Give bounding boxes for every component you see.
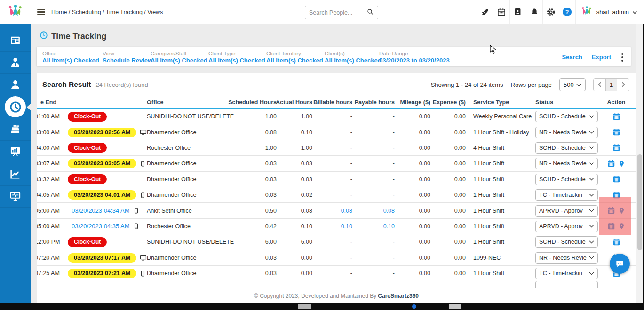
column-header[interactable]: Mileage ($) xyxy=(395,96,430,108)
brand-name[interactable]: CareSmartz360 xyxy=(378,293,419,299)
sidebar-item-analytics[interactable] xyxy=(0,163,31,186)
clock-time-badge[interactable]: 03/20/2023 03:05 AM xyxy=(68,159,136,168)
schedule-calendar-icon[interactable] xyxy=(612,175,620,183)
end-time: 01:00 AM xyxy=(37,113,66,120)
location-pin-icon[interactable] xyxy=(618,223,625,230)
end-time: 04:00 AM xyxy=(37,145,66,151)
prev-page-button[interactable] xyxy=(594,79,605,91)
clock-out-badge[interactable]: Clock-Out xyxy=(68,237,107,247)
search-input[interactable] xyxy=(309,9,366,16)
sidebar-item-billing[interactable] xyxy=(0,118,31,141)
search-icon[interactable] xyxy=(366,8,374,17)
schedule-calendar-icon[interactable] xyxy=(612,128,620,136)
filter-office[interactable]: Office All Item(s) Checked xyxy=(42,51,103,64)
filter-caregiver-staff[interactable]: Caregiver/Staff All Item(s) Checked xyxy=(151,51,208,64)
column-header[interactable]: Service Type xyxy=(466,96,533,108)
schedule-calendar-icon[interactable] xyxy=(612,238,620,246)
clock-time-link[interactable]: 03/20/2023 04:35 AM xyxy=(72,223,130,230)
office-cell: Dharmender Office xyxy=(147,266,236,281)
status-select[interactable]: NR - Needs Revie xyxy=(535,158,598,169)
user-menu[interactable]: shail_admin xyxy=(575,0,644,24)
table-row: 07:20 AM03/20/2023 07:17 AM Dharmender O… xyxy=(37,250,636,266)
contacts-icon[interactable] xyxy=(509,0,526,24)
help-icon[interactable]: ? xyxy=(559,0,575,24)
calendar-icon[interactable] xyxy=(493,0,509,24)
hamburger-menu-icon[interactable] xyxy=(37,8,45,17)
mileage-cell: 0.00 xyxy=(395,266,430,281)
clock-out-badge[interactable]: Clock-Out xyxy=(68,143,107,153)
status-select[interactable] xyxy=(535,281,598,288)
schedule-calendar-icon[interactable] xyxy=(612,144,620,152)
status-select[interactable]: SCHD - Schedule xyxy=(535,174,598,185)
schedule-calendar-icon[interactable] xyxy=(607,222,615,230)
column-header[interactable]: Actual Hours xyxy=(277,96,312,108)
column-header[interactable]: Status xyxy=(533,96,601,108)
status-select[interactable]: NR - Needs Revie xyxy=(535,127,598,138)
clock-time-badge[interactable]: 03/20/2023 04:01 AM xyxy=(68,190,136,200)
status-select[interactable]: NR - Needs Revie xyxy=(535,252,598,264)
filter-value: All Item(s) Checked xyxy=(325,57,379,64)
billable-hours-cell: - xyxy=(312,124,352,140)
column-header[interactable]: Expense ($) xyxy=(430,96,466,108)
main-content: Time Tracking Office All Item(s) Checked… xyxy=(31,24,644,310)
schedule-calendar-icon[interactable] xyxy=(612,191,620,199)
billable-hours-cell: - xyxy=(312,156,352,171)
filter-client-territory[interactable]: Client Territory All Item(s) Checked xyxy=(266,51,325,64)
schedule-calendar-icon[interactable] xyxy=(607,207,615,215)
search-button[interactable]: Search xyxy=(562,54,582,61)
filter-client-s-[interactable]: Client(s) All Item(s) Checked xyxy=(325,51,379,64)
rows-per-page-select[interactable]: 500 xyxy=(559,78,586,91)
column-header[interactable]: e End xyxy=(37,96,147,108)
column-header[interactable]: Office xyxy=(147,96,236,108)
payable-hours-cell: 0.08 xyxy=(352,203,395,218)
clock-time-badge[interactable]: 03/20/2023 07:17 AM xyxy=(68,253,136,263)
service-type-cell: 1099-NEC xyxy=(466,250,533,265)
status-select[interactable]: TC - Timetrackin xyxy=(535,268,598,279)
scheduled-hours-cell: 1.00 xyxy=(236,109,277,124)
sidebar-item-dashboard[interactable] xyxy=(0,29,31,52)
clock-time-badge[interactable]: 03/20/2023 07:21 AM xyxy=(68,269,136,278)
column-header[interactable]: Billable hours xyxy=(312,96,352,108)
sidebar-item-caregivers[interactable] xyxy=(0,52,31,74)
export-button[interactable]: Export xyxy=(592,54,611,61)
location-pin-icon[interactable] xyxy=(618,207,625,214)
clock-time-link[interactable]: 03/20/2023 04:34 AM xyxy=(72,207,130,214)
more-options-icon[interactable] xyxy=(620,52,624,62)
sidebar-item-clients[interactable] xyxy=(0,74,31,96)
bell-icon[interactable] xyxy=(526,0,542,24)
filter-view[interactable]: View Schedule Review xyxy=(103,51,151,64)
rocket-icon[interactable] xyxy=(477,0,493,24)
status-select[interactable]: APRVD - Approv xyxy=(535,205,598,217)
sidebar-item-monitoring[interactable] xyxy=(0,186,31,208)
vertical-scrollbar[interactable] xyxy=(636,24,643,303)
sidebar-item-time-tracking[interactable] xyxy=(0,96,31,119)
clock-out-badge[interactable]: Clock-Out xyxy=(68,174,107,184)
clock-time-badge[interactable]: 03/20/2023 02:56 AM xyxy=(68,128,136,137)
column-header[interactable]: Action xyxy=(601,96,631,108)
breadcrumb[interactable]: Home / Scheduling / Time Tracking / View… xyxy=(51,9,163,16)
clock-out-badge[interactable]: Clock-Out xyxy=(68,112,107,122)
schedule-calendar-icon[interactable] xyxy=(607,160,615,168)
app-logo[interactable] xyxy=(0,0,31,24)
sidebar-item-reports[interactable] xyxy=(0,141,31,163)
next-page-button[interactable] xyxy=(617,79,629,91)
filter-client-type[interactable]: Client Type All Item(s) Checked xyxy=(208,51,266,64)
status-select[interactable]: SCHD - Schedule xyxy=(535,111,598,122)
scheduled-hours-cell: 0.08 xyxy=(236,124,277,140)
column-header[interactable]: Scheduled Hours xyxy=(236,96,277,108)
location-pin-icon[interactable] xyxy=(618,160,625,167)
table-header-row: e EndOfficeScheduled HoursActual HoursBi… xyxy=(37,96,636,109)
status-select[interactable]: TC - Timetrackin xyxy=(535,189,598,201)
status-select[interactable]: SCHD - Schedule xyxy=(535,236,598,248)
chat-widget-button[interactable] xyxy=(610,254,630,274)
scrollbar-thumb[interactable] xyxy=(637,154,642,250)
payable-hours-cell: - xyxy=(352,109,395,124)
column-header[interactable]: Payable hours xyxy=(352,96,395,108)
status-select[interactable]: APRVD - Approv xyxy=(535,221,598,232)
gear-icon[interactable] xyxy=(542,0,559,24)
sidebar-nav xyxy=(0,24,31,208)
mileage-cell: 0.00 xyxy=(395,172,430,187)
filter-date-range[interactable]: Date Range 03/20/2023 to 03/20/2023 xyxy=(379,51,459,64)
schedule-calendar-icon[interactable] xyxy=(612,113,620,121)
status-select[interactable]: SCHD - Schedule xyxy=(535,142,598,154)
